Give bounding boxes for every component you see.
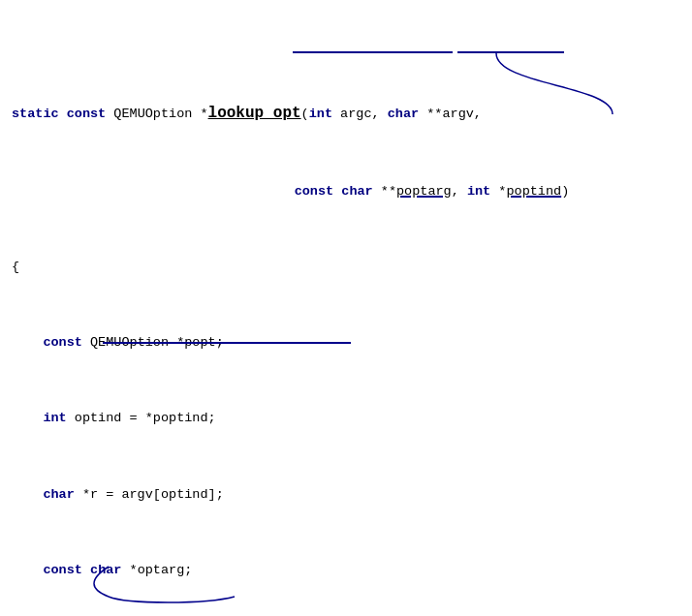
code-line-1: static const QEMUOption *lookup_opt(int …: [12, 103, 680, 125]
code-line-4: const QEMUOption *popt;: [12, 333, 680, 353]
code-line-5: int optind = *poptind;: [12, 409, 680, 428]
code-line-2: const char **poptarg, int *poptind): [12, 182, 680, 201]
code-line-6: char *r = argv[optind];: [12, 485, 680, 505]
code-viewer: static const QEMUOption *lookup_opt(int …: [12, 8, 680, 616]
code-line-7: const char *optarg;: [12, 561, 680, 580]
code-line-3: {: [12, 258, 680, 277]
